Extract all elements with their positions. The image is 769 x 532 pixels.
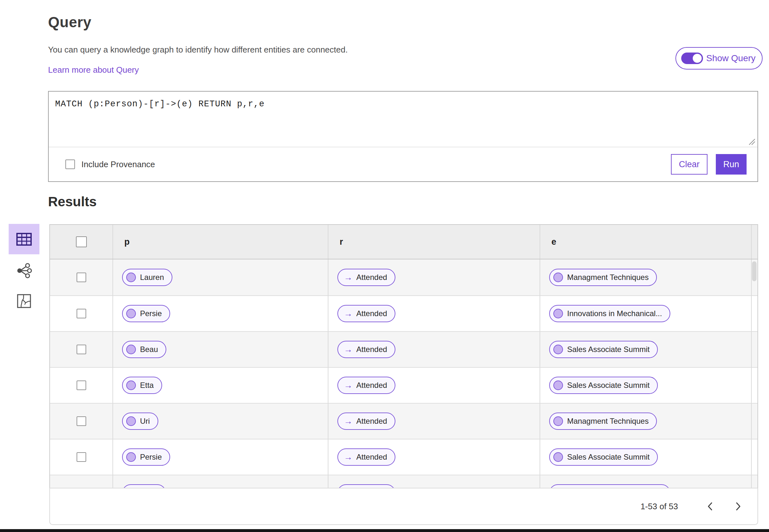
node-circle-icon — [553, 381, 563, 390]
person-node-pill[interactable]: Persie — [122, 448, 170, 466]
table-view-icon — [16, 233, 32, 246]
entity-node-pill[interactable]: Sales Associate Summit — [549, 341, 658, 358]
cell-r: → Attended — [328, 404, 540, 439]
entity-node-pill[interactable]: Managment Techniques — [549, 413, 657, 430]
relation-pill[interactable]: → Attended — [337, 305, 396, 322]
table-body: Lauren → Attended Managment Techniques P… — [50, 259, 757, 488]
row-checkbox[interactable] — [77, 416, 86, 426]
node-circle-icon — [553, 345, 563, 354]
relation-pill[interactable]: → Attended — [337, 448, 396, 466]
pagination-range-label: 1-53 of 53 — [641, 502, 678, 512]
cell-e: Sales Associate Summit — [540, 439, 751, 475]
page-description: You can query a knowledge graph to ident… — [48, 45, 348, 55]
view-mode-graph[interactable] — [16, 262, 32, 279]
arrow-right-icon: → — [344, 381, 352, 390]
vertical-scrollbar[interactable] — [752, 261, 757, 281]
entity-node-pill[interactable]: Sales Associate Summit — [549, 377, 658, 394]
column-header-p[interactable]: p — [112, 225, 328, 259]
person-node-pill[interactable]: Beau — [122, 341, 166, 358]
entity-node-pill[interactable]: Innovations in Mechanical... — [549, 484, 670, 488]
learn-more-link[interactable]: Learn more about Query — [48, 65, 139, 75]
cell-r: → Attended — [328, 439, 540, 475]
entity-node-pill[interactable]: Managment Techniques — [549, 269, 657, 286]
run-button[interactable]: Run — [716, 154, 747, 175]
row-checkbox-cell — [50, 296, 112, 331]
node-circle-icon — [126, 416, 136, 426]
cell-p: Etta — [112, 368, 328, 403]
row-checkbox-cell — [50, 332, 112, 367]
select-all-checkbox[interactable] — [76, 236, 87, 247]
row-checkbox[interactable] — [77, 273, 86, 282]
person-name: Etta — [140, 381, 154, 390]
row-checkbox[interactable] — [77, 345, 86, 354]
column-header-e[interactable]: e — [540, 225, 751, 259]
next-page-button[interactable] — [732, 500, 745, 513]
results-table: p r e Lauren → Attended Managment Techni… — [49, 224, 758, 488]
cell-p: Persie — [112, 439, 328, 475]
relation-pill[interactable]: → Attended — [337, 377, 396, 394]
scrollbar-gutter-cell — [751, 404, 757, 439]
person-node-pill[interactable]: Persie — [122, 305, 170, 322]
view-mode-table[interactable] — [9, 224, 39, 254]
row-checkbox[interactable] — [77, 381, 86, 390]
page-title: Query — [48, 13, 91, 31]
previous-page-button[interactable] — [704, 500, 716, 513]
column-header-r[interactable]: r — [328, 225, 540, 259]
show-query-toggle[interactable]: Show Query — [675, 47, 763, 70]
table-row: Etta → Attended Sales Associate Summit — [50, 367, 757, 403]
cell-e: Managment Techniques — [540, 259, 751, 295]
relation-pill[interactable]: → Attended — [337, 484, 396, 488]
graph-view-icon — [16, 262, 32, 279]
entity-name: Sales Associate Summit — [567, 381, 650, 390]
row-checkbox[interactable] — [77, 452, 86, 462]
row-checkbox-cell — [50, 368, 112, 403]
scrollbar-gutter-header — [751, 225, 758, 259]
relation-pill[interactable]: → Attended — [337, 413, 396, 430]
cell-p: Uri — [112, 404, 328, 439]
relation-name: Attended — [356, 273, 387, 282]
entity-name: Managment Techniques — [567, 273, 649, 282]
entity-node-pill[interactable]: Sales Associate Summit — [549, 448, 658, 466]
chevron-right-icon — [734, 502, 742, 511]
relation-pill[interactable]: → Attended — [337, 341, 396, 358]
person-name: Uri — [140, 417, 150, 426]
person-name: Persie — [140, 453, 162, 462]
table-header-row: p r e — [50, 225, 757, 259]
toggle-knob — [693, 54, 702, 63]
entity-name: Innovations in Mechanical... — [567, 309, 662, 318]
row-checkbox-cell — [50, 404, 112, 439]
scrollbar-gutter-cell — [751, 439, 757, 475]
arrow-right-icon: → — [344, 453, 352, 462]
toggle-switch-icon[interactable] — [681, 53, 703, 64]
query-panel: MATCH (p:Person)-[r]->(e) RETURN p,r,e I… — [48, 91, 758, 182]
person-node-pill[interactable]: Etta — [122, 377, 162, 394]
person-node-pill[interactable]: Uri — [122, 413, 158, 430]
person-node-pill[interactable]: Larry — [122, 484, 166, 488]
person-name: Lauren — [140, 273, 164, 282]
table-row: Persie → Attended Sales Associate Summit — [50, 439, 757, 475]
map-view-icon — [17, 294, 31, 308]
view-mode-map[interactable] — [17, 294, 31, 308]
node-circle-icon — [126, 273, 136, 282]
person-node-pill[interactable]: Lauren — [122, 269, 172, 286]
table-row: Uri → Attended Managment Techniques — [50, 403, 757, 439]
cell-e: Sales Associate Summit — [540, 332, 751, 367]
resize-handle-icon[interactable] — [747, 137, 756, 145]
entity-node-pill[interactable]: Innovations in Mechanical... — [549, 305, 670, 322]
arrow-right-icon: → — [344, 345, 352, 354]
scrollbar-gutter-cell — [751, 368, 757, 403]
include-provenance-checkbox[interactable] — [65, 160, 75, 169]
window-bottom-edge — [0, 529, 769, 532]
cell-p: Beau — [112, 332, 328, 367]
cell-p: Larry — [112, 475, 328, 488]
node-circle-icon — [553, 452, 563, 462]
scrollbar-gutter-cell — [751, 296, 757, 331]
query-panel-footer: Include Provenance Clear Run — [49, 147, 757, 181]
row-checkbox-cell — [50, 475, 112, 488]
row-checkbox[interactable] — [77, 309, 86, 318]
query-editor[interactable]: MATCH (p:Person)-[r]->(e) RETURN p,r,e — [49, 92, 757, 147]
clear-button[interactable]: Clear — [671, 154, 708, 175]
entity-name: Managment Techniques — [567, 417, 649, 426]
relation-pill[interactable]: → Attended — [337, 269, 396, 286]
header-checkbox-cell — [50, 225, 112, 259]
